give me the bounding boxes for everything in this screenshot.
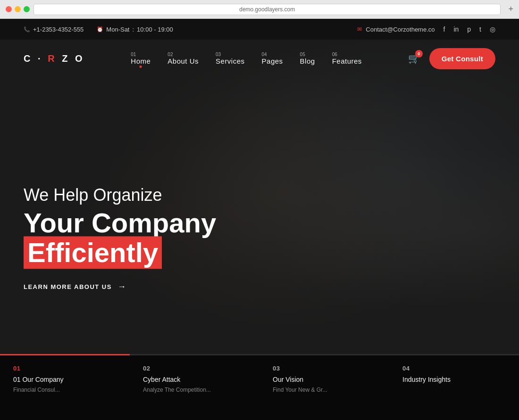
clock-icon bbox=[97, 26, 103, 33]
lower-tab-num-2: 02 bbox=[143, 365, 246, 372]
email-item: Contact@Corzotheme.co bbox=[356, 26, 435, 33]
hero-cta-text: Learn More About Us bbox=[24, 284, 112, 291]
nav-label-blog: Blog bbox=[300, 57, 315, 65]
nav-item-home[interactable]: 01 Home bbox=[131, 52, 151, 65]
twitter-icon[interactable]: t bbox=[479, 25, 481, 33]
lower-tab-sub-2: Analyze The Competition... bbox=[143, 386, 246, 394]
lower-tab-company[interactable]: 01 01 Our Company Financial Consul... bbox=[0, 354, 130, 420]
nav-num-pages: 04 bbox=[262, 52, 267, 57]
top-bar-right: Contact@Corzotheme.co f in p t ◎ bbox=[356, 25, 495, 33]
phone-icon bbox=[24, 26, 30, 33]
nav-label-features: Features bbox=[332, 57, 362, 65]
hours-separator: : bbox=[132, 26, 134, 33]
logo[interactable]: C · R Z O bbox=[24, 53, 84, 64]
lower-tab-label-2: Cyber Attack bbox=[143, 376, 246, 383]
nav-label-pages: Pages bbox=[262, 57, 283, 65]
lower-tab-label-1: 01 Our Company bbox=[13, 376, 117, 383]
linkedin-icon[interactable]: in bbox=[453, 25, 459, 33]
new-tab-button[interactable]: + bbox=[508, 4, 513, 14]
hero-cta-button[interactable]: Learn More About Us → bbox=[24, 282, 216, 292]
lower-tab-vision[interactable]: 03 Our Vision Find Your New & Gr... bbox=[260, 354, 389, 420]
hero-title-line2: Efficiently bbox=[24, 237, 162, 269]
nav-num-services: 03 bbox=[216, 52, 221, 57]
phone-number: +1-2353-4352-555 bbox=[33, 26, 84, 33]
get-consult-button[interactable]: Get Consult bbox=[429, 48, 495, 69]
hero-subtitle: We Help Organize bbox=[24, 185, 216, 205]
navbar: C · R Z O 01 Home 02 About Us 03 Service… bbox=[0, 40, 519, 77]
minimize-button[interactable] bbox=[15, 6, 21, 12]
lower-tab-num-4: 04 bbox=[402, 365, 506, 372]
phone-item: +1-2353-4352-555 bbox=[24, 26, 84, 33]
nav-item-features[interactable]: 06 Features bbox=[332, 52, 362, 65]
url-text: demo.goodlayers.com bbox=[239, 6, 295, 13]
hero-cta-arrow: → bbox=[117, 282, 127, 292]
site-wrapper: C · R Z O 01 Home 02 About Us 03 Service… bbox=[0, 40, 519, 420]
email-icon bbox=[356, 26, 363, 33]
hours-item: Mon-Sat : 10:00 - 19:00 bbox=[97, 26, 173, 33]
hero-title-line1: Your Company bbox=[24, 207, 216, 238]
lower-tab-num-1: 01 bbox=[13, 365, 117, 372]
nav-item-blog[interactable]: 05 Blog bbox=[300, 52, 315, 65]
hero-title: Your Company Efficiently bbox=[24, 208, 216, 268]
nav-label-about: About Us bbox=[167, 57, 199, 65]
lower-tab-sub-3: Find Your New & Gr... bbox=[273, 386, 376, 394]
instagram-icon[interactable]: ◎ bbox=[490, 25, 495, 33]
cart-icon[interactable]: 🛒 0 bbox=[408, 53, 420, 64]
top-bar: +1-2353-4352-555 Mon-Sat : 10:00 - 19:00… bbox=[0, 19, 519, 40]
browser-chrome: demo.goodlayers.com + bbox=[0, 0, 519, 19]
nav-item-services[interactable]: 03 Services bbox=[216, 52, 245, 65]
lower-tab-insights[interactable]: 04 Industry Insights bbox=[389, 354, 519, 420]
lower-tab-sub-1: Financial Consul... bbox=[13, 386, 117, 394]
lower-section: 01 01 Our Company Financial Consul... 02… bbox=[0, 354, 519, 420]
hero-content: We Help Organize Your Company Efficientl… bbox=[24, 185, 216, 292]
nav-num-features: 06 bbox=[332, 52, 337, 57]
traffic-lights bbox=[6, 6, 30, 12]
pinterest-icon[interactable]: p bbox=[467, 25, 471, 33]
lower-tab-label-4: Industry Insights bbox=[402, 376, 506, 383]
nav-num-home: 01 bbox=[131, 52, 136, 57]
logo-highlight: R bbox=[48, 53, 57, 64]
nav-item-pages[interactable]: 04 Pages bbox=[262, 52, 283, 65]
nav-label-home: Home bbox=[131, 57, 151, 65]
address-bar[interactable]: demo.goodlayers.com bbox=[33, 4, 501, 15]
lower-tab-label-3: Our Vision bbox=[273, 376, 376, 383]
hours-value: 10:00 - 19:00 bbox=[137, 26, 173, 33]
top-bar-left: +1-2353-4352-555 Mon-Sat : 10:00 - 19:00 bbox=[24, 26, 173, 33]
maximize-button[interactable] bbox=[24, 6, 30, 12]
lower-tab-cyber[interactable]: 02 Cyber Attack Analyze The Competition.… bbox=[130, 354, 260, 420]
nav-num-about: 02 bbox=[167, 52, 173, 57]
nav-item-about[interactable]: 02 About Us bbox=[167, 52, 199, 65]
email-address: Contact@Corzotheme.co bbox=[366, 26, 435, 33]
facebook-icon[interactable]: f bbox=[444, 25, 445, 33]
nav-right: 🛒 0 Get Consult bbox=[408, 48, 495, 69]
cart-badge: 0 bbox=[415, 50, 423, 58]
nav-links: 01 Home 02 About Us 03 Services 04 Pages… bbox=[131, 52, 362, 65]
close-button[interactable] bbox=[6, 6, 12, 12]
lower-tab-num-3: 03 bbox=[273, 365, 376, 372]
nav-num-blog: 05 bbox=[300, 52, 305, 57]
hours-label: Mon-Sat bbox=[106, 26, 129, 33]
nav-label-services: Services bbox=[216, 57, 245, 65]
